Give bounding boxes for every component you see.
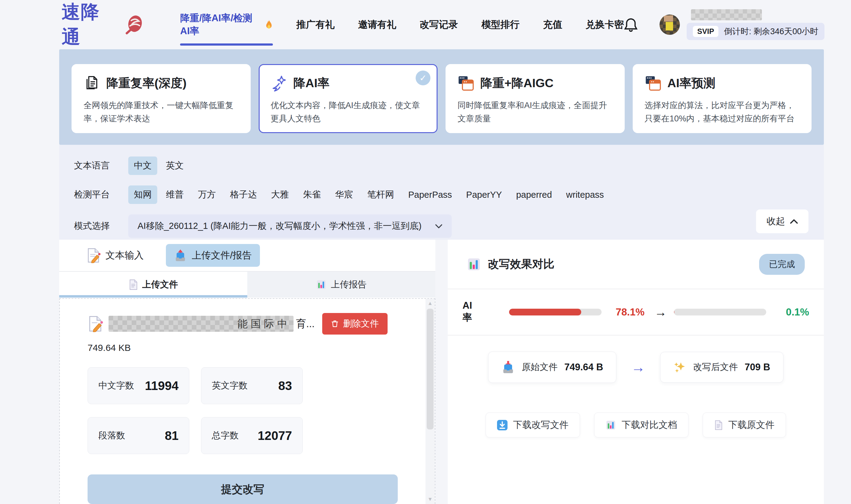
trash-icon <box>331 320 339 328</box>
ai-rate-label: AI率 <box>463 300 481 324</box>
nav-active-label: 降重/降AI率/检测AI率 <box>180 12 260 38</box>
ai-rate-row: AI率 78.1% → 0.1% <box>448 289 824 336</box>
original-file-card[interactable]: 原始文件 749.64 B <box>488 352 616 383</box>
platform-chip-paperpass[interactable]: PaperPass <box>403 187 457 203</box>
download-compare-label: 下载对比文档 <box>622 419 677 431</box>
submit-rewrite-button[interactable]: 提交改写 <box>88 474 398 504</box>
subtab-upload-file[interactable]: 上传文件 <box>59 272 247 298</box>
stat-value: 81 <box>165 429 179 443</box>
download-original-label: 下载原文件 <box>728 419 775 431</box>
mode-label: 模式选择 <box>74 220 128 232</box>
feature-card-reduce-duplication[interactable]: 降重复率(深度) 全网领先的降重技术，一键大幅降低重复率，保证学术表达 <box>71 64 251 133</box>
feature-cards-band: 降重复率(深度) 全网领先的降重技术，一键大幅降低重复率，保证学术表达 降AI率… <box>59 49 824 145</box>
notification-bell-icon[interactable] <box>624 17 638 32</box>
app-logo[interactable]: 速降通 <box>62 0 112 50</box>
mode-select[interactable]: AI移除_260112_1 (降AI能力一般，改写幅度小，学术性强，非一逗到底) <box>128 214 452 238</box>
subtab-upload-report[interactable]: 上传报告 <box>247 272 435 298</box>
language-chip-chinese[interactable]: 中文 <box>128 157 157 175</box>
left-panel-scrollbar[interactable]: ▲ ▼ <box>426 299 435 504</box>
original-file-label: 原始文件 <box>522 361 557 373</box>
platform-chip-daya[interactable]: 大雅 <box>265 185 294 204</box>
download-original-button[interactable]: 下载原文件 <box>703 413 786 437</box>
platform-chip-huachen[interactable]: 华宸 <box>330 185 359 204</box>
card-title: 降AI率 <box>294 75 330 91</box>
ai-rate-before-value: 78.1% <box>616 306 645 318</box>
nav-item-invite[interactable]: 邀请有礼 <box>358 18 396 31</box>
collapse-button[interactable]: 收起 <box>756 210 809 233</box>
nav-tab-active[interactable]: 降重/降AI率/检测AI率 <box>180 12 273 38</box>
stat-label: 总字数 <box>212 429 239 442</box>
nav-item-ranking[interactable]: 模型排行 <box>481 18 520 31</box>
download-rewritten-button[interactable]: 下载改写文件 <box>486 413 580 437</box>
svip-badge: SVIP 倒计时: 剩余346天00小时 <box>687 23 824 40</box>
download-buttons-row: 下载改写文件 下载对比文档 下载原文件 <box>448 413 824 437</box>
platform-chip-weipu[interactable]: 维普 <box>160 185 189 204</box>
inbox-download-icon <box>501 360 515 374</box>
top-nav: 速降通 降重/降AI率/检测AI率 推广有礼 邀请有礼 改写记录 模型排行 充值… <box>0 0 851 49</box>
card-title: 降重+降AIGC <box>480 75 554 91</box>
subtab-upload-report-label: 上传报告 <box>331 278 367 291</box>
document-icon <box>714 420 723 430</box>
rewritten-file-size: 709 B <box>745 362 770 373</box>
upload-subtabs: 上传文件 上传报告 <box>59 272 435 298</box>
compare-title: 改写效果对比 <box>488 257 554 272</box>
input-panel: 文本输入 上传文件/报告 上传文件 <box>59 240 435 504</box>
download-compare-button[interactable]: 下载对比文档 <box>594 413 689 437</box>
platform-chip-gezida[interactable]: 格子达 <box>224 185 262 204</box>
mode-row: 模式选择 AI移除_260112_1 (降AI能力一般，改写幅度小，学术性强，非… <box>74 214 809 238</box>
feature-card-reduce-dup-and-aigc[interactable]: 降重+降AIGC 同时降低重复率和AI生成痕迹，全面提升文章质量 <box>446 64 625 133</box>
uploaded-file-item: 能国际中 育... 删除文件 <box>88 313 398 335</box>
nav-item-history[interactable]: 改写记录 <box>420 18 458 31</box>
nav-item-recharge[interactable]: 充值 <box>543 18 562 31</box>
ai-rate-bar-before-fill <box>509 309 581 316</box>
ai-rate-bar-after <box>674 309 766 316</box>
platform-chip-cnki[interactable]: 知网 <box>128 185 157 204</box>
mode-select-value: AI移除_260112_1 (降AI能力一般，改写幅度小，学术性强，非一逗到底) <box>138 220 421 232</box>
scrollbar-thumb[interactable] <box>427 309 434 429</box>
user-avatar[interactable] <box>660 15 680 35</box>
arrow-right-icon: → <box>654 305 666 319</box>
logo-swirl-icon <box>125 13 144 36</box>
platform-chip-bigan[interactable]: 笔杆网 <box>362 185 400 204</box>
file-name-suffix: 育... <box>296 317 315 331</box>
platform-chip-wanfang[interactable]: 万方 <box>192 185 221 204</box>
stat-paragraphs: 段落数 81 <box>88 417 189 454</box>
user-name-redacted <box>691 9 762 20</box>
delete-file-button[interactable]: 删除文件 <box>322 313 387 335</box>
file-name-fragment: 能国际中 <box>238 317 291 331</box>
delete-file-label: 删除文件 <box>343 318 379 330</box>
compare-panel: 改写效果对比 已完成 AI率 78.1% → 0.1% 原始文件 <box>448 240 824 504</box>
feature-card-ai-rate-predict[interactable]: AI率预测 选择对应的算法，比对应平台更为严格，只要在10%内，基本稳过对应的所… <box>633 64 812 133</box>
stat-label: 英文字数 <box>212 380 248 392</box>
card-desc: 优化文本内容，降低AI生成痕迹，使文章更具人文特色 <box>271 99 426 125</box>
feature-card-reduce-ai-rate[interactable]: 降AI率 优化文本内容，降低AI生成痕迹，使文章更具人文特色 ✓ <box>259 64 438 133</box>
chevron-down-icon <box>435 224 442 229</box>
file-size: 749.64 KB <box>88 343 398 353</box>
tab-upload-file-report[interactable]: 上传文件/报告 <box>166 244 260 267</box>
upload-tray-icon <box>174 248 187 263</box>
tab-upload-label: 上传文件/报告 <box>192 249 252 262</box>
scroll-up-icon[interactable]: ▲ <box>428 299 433 308</box>
user-info: SVIP 倒计时: 剩余346天00小时 <box>687 9 824 40</box>
platform-chip-paperred[interactable]: paperred <box>510 187 557 203</box>
browser-window-icon <box>457 75 474 91</box>
platform-chip-writepass[interactable]: writepass <box>560 187 610 203</box>
ai-rate-bar-before <box>509 309 602 316</box>
arrow-right-icon: → <box>631 359 645 376</box>
platform-chip-zhuque[interactable]: 朱雀 <box>297 185 327 204</box>
scroll-down-icon[interactable]: ▼ <box>428 495 433 504</box>
bar-chart-icon <box>606 420 616 430</box>
nav-item-promo[interactable]: 推广有礼 <box>296 18 334 31</box>
rewritten-file-card[interactable]: 改写后文件 709 B <box>660 352 783 383</box>
language-label: 文本语言 <box>74 160 128 172</box>
card-title: 降重复率(深度) <box>106 75 187 91</box>
document-copy-icon <box>84 75 100 91</box>
platform-chip-paperyy[interactable]: PaperYY <box>461 187 507 203</box>
word-stats-grid: 中文字数 11994 英文字数 83 段落数 81 总字数 12077 <box>88 367 398 454</box>
card-head: 降AI率 <box>271 75 426 91</box>
language-chip-english[interactable]: 英文 <box>160 157 189 175</box>
nav-item-redeem[interactable]: 兑换卡密 <box>586 18 624 31</box>
page: 速降通 降重/降AI率/检测AI率 推广有礼 邀请有礼 改写记录 模型排行 充值… <box>0 0 851 504</box>
nav-right: SVIP 倒计时: 剩余346天00小时 <box>624 9 824 40</box>
tab-text-input[interactable]: 文本输入 <box>86 248 144 263</box>
